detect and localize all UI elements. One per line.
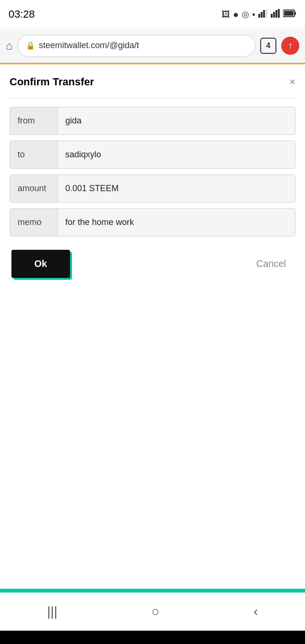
svg-rect-9 (284, 11, 294, 16)
svg-rect-0 (258, 14, 260, 18)
amount-value: 0.001 STEEM (58, 175, 295, 202)
signal-icon-1 (258, 9, 268, 20)
ok-button[interactable]: Ok (11, 250, 70, 278)
upload-button[interactable]: ↑ (281, 37, 299, 55)
from-field-row: from gida (10, 107, 295, 135)
status-time: 03:28 (9, 8, 35, 20)
svg-rect-10 (295, 12, 296, 15)
nav-back-icon[interactable]: ‹ (254, 604, 258, 619)
header-divider (10, 98, 295, 98)
cancel-button[interactable]: Cancel (249, 250, 294, 278)
svg-rect-5 (273, 12, 275, 18)
status-bar: 03:28 🖼 ● ◎ ● (0, 0, 305, 29)
tab-count-badge[interactable]: 4 (260, 38, 276, 54)
battery-icon (283, 9, 296, 20)
dialog-header: Confirm Transfer × (10, 76, 295, 88)
bottom-black-bar (0, 631, 305, 644)
to-label: to (10, 141, 58, 168)
close-button[interactable]: × (289, 77, 295, 87)
status-icons: 🖼 ● ◎ ● (222, 9, 296, 20)
browser-bar: ⌂ 🔒 steemitwallet.com/@gida/t 4 ↑ (0, 29, 305, 63)
browser-content: Confirm Transfer × from gida to sadiqxyl… (0, 63, 305, 589)
android-nav-bar: ||| ○ ‹ (0, 593, 305, 631)
svg-rect-6 (275, 10, 277, 18)
nav-recent-icon[interactable]: ||| (47, 604, 58, 619)
home-icon[interactable]: ⌂ (6, 39, 13, 52)
memo-field-row: memo for the home work (10, 208, 295, 236)
svg-rect-2 (263, 10, 265, 18)
blank-space (0, 312, 305, 589)
teal-bar (0, 589, 305, 593)
from-value: gida (58, 107, 295, 134)
url-text: steemitwallet.com/@gida/t (39, 41, 248, 51)
lock-icon: 🔒 (26, 41, 35, 50)
svg-rect-7 (278, 9, 280, 18)
svg-rect-1 (261, 12, 263, 18)
svg-rect-4 (271, 14, 273, 18)
image-icon: 🖼 (222, 10, 230, 20)
dialog-button-row: Ok Cancel (10, 250, 295, 278)
memo-label: memo (10, 209, 58, 236)
address-bar-container[interactable]: 🔒 steemitwallet.com/@gida/t (18, 35, 256, 57)
amount-label: amount (10, 175, 58, 202)
dialog-title: Confirm Transfer (10, 76, 94, 88)
to-value: sadiqxylo (58, 141, 295, 168)
shazam-icon: ◎ (242, 9, 249, 20)
nav-home-icon[interactable]: ○ (152, 604, 160, 619)
amount-field-row: amount 0.001 STEEM (10, 174, 295, 203)
whatsapp-icon: ● (233, 9, 239, 20)
to-field-row: to sadiqxylo (10, 141, 295, 169)
confirm-transfer-dialog: Confirm Transfer × from gida to sadiqxyl… (0, 64, 305, 312)
svg-rect-3 (265, 9, 267, 18)
dot-indicator: ● (252, 11, 255, 18)
signal-icon-2 (271, 9, 280, 20)
memo-value: for the home work (58, 209, 295, 236)
from-label: from (10, 107, 58, 134)
